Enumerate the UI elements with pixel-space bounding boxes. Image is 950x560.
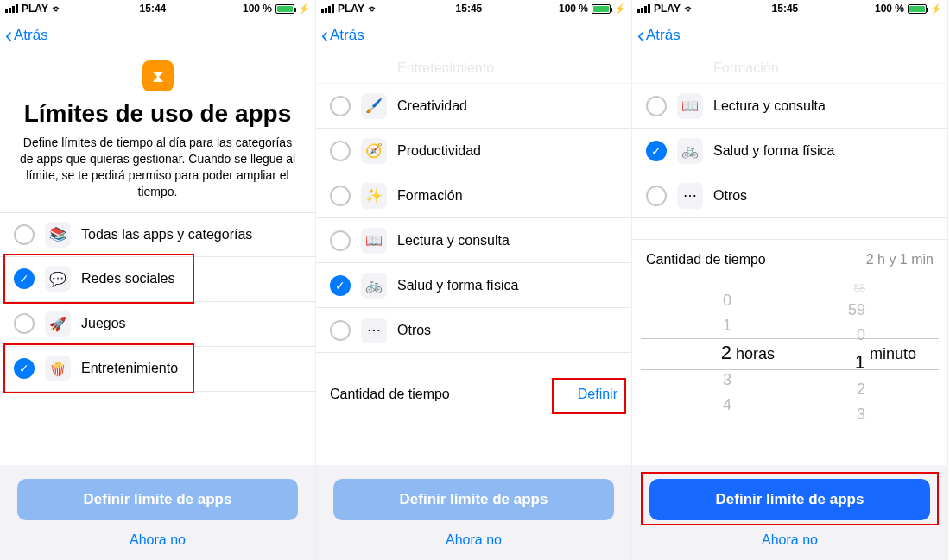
screen-3: PLAY ᯤ 15:45 100 % ⚡ ‹ Atrás Formación 📖… — [632, 0, 948, 560]
screen-1: PLAY ᯤ 15:44 100 % ⚡ ‹ Atrás ⧗ Límites d… — [0, 0, 316, 560]
button-label: Ahora no — [762, 532, 818, 547]
book-icon: 📖 — [677, 93, 703, 119]
status-bar: PLAY ᯤ 15:44 100 % ⚡ — [0, 0, 315, 17]
rocket-icon: 🚀 — [45, 311, 71, 337]
time-amount-label: Cantidad de tiempo — [330, 387, 450, 402]
clock: 15:45 — [772, 3, 799, 15]
not-now-button[interactable]: Ahora no — [333, 520, 614, 548]
carrier-label: PLAY — [654, 3, 681, 15]
status-bar: PLAY ᯤ 15:45 100 % ⚡ — [632, 0, 947, 17]
charging-icon: ⚡ — [614, 3, 626, 15]
define-time-button[interactable]: Definir — [578, 387, 618, 402]
category-reading[interactable]: 📖 Lectura y consulta — [316, 218, 631, 263]
picker-option: 4 — [723, 396, 732, 414]
category-label: Todas las apps y categorías — [81, 227, 252, 242]
button-label: Ahora no — [130, 532, 186, 547]
battery-percent: 100 % — [243, 3, 272, 15]
signal-icon — [637, 4, 650, 13]
category-all[interactable]: 📚 Todas las apps y categorías — [0, 212, 315, 257]
bike-icon: 🚲 — [361, 273, 387, 299]
button-label: Ahora no — [446, 532, 502, 547]
picker-option: 59 — [848, 301, 865, 319]
define-limit-button[interactable]: Definir límite de apps — [333, 479, 614, 520]
carrier-label: PLAY — [338, 3, 364, 15]
time-amount-value: 2 h y 1 min — [866, 252, 934, 267]
hero: ⧗ Límites de uso de apps Define límites … — [0, 53, 315, 212]
battery-percent: 100 % — [559, 3, 588, 15]
category-education-partial[interactable]: Formación — [632, 53, 947, 84]
category-entertainment[interactable]: ✓ 🍿 Entretenimiento — [0, 347, 315, 392]
ellipsis-icon: ⋯ — [361, 318, 387, 343]
not-now-button[interactable]: Ahora no — [17, 520, 298, 548]
charging-icon: ⚡ — [298, 3, 310, 15]
category-other[interactable]: ⋯ Otros — [316, 308, 631, 353]
category-label: Lectura y consulta — [713, 98, 826, 114]
back-button[interactable]: ‹ Atrás — [5, 25, 48, 46]
radio-unchecked-icon — [330, 230, 351, 251]
radio-unchecked-icon — [330, 141, 351, 161]
category-productivity[interactable]: 🧭 Productividad — [316, 129, 631, 173]
category-label: Formación — [713, 60, 779, 76]
clock: 15:44 — [140, 3, 167, 15]
footer: Definir límite de apps Ahora no — [316, 465, 631, 560]
radio-checked-icon: ✓ — [646, 141, 667, 161]
picker-selected-hours: 2 — [721, 342, 732, 364]
radio-unchecked-icon — [330, 320, 351, 341]
chat-icon: 💬 — [45, 266, 71, 292]
brush-icon: 🖌️ — [361, 93, 387, 119]
picker-option: 0 — [723, 292, 732, 310]
define-limit-button[interactable]: Definir límite de apps — [17, 479, 298, 520]
define-limit-button[interactable]: Definir límite de apps — [649, 479, 930, 520]
picker-selected-minutes: 1 — [855, 351, 865, 374]
category-label: Formación — [397, 188, 463, 204]
category-label: Juegos — [81, 316, 126, 331]
not-now-button[interactable]: Ahora no — [649, 520, 930, 548]
category-label: Otros — [397, 323, 431, 338]
category-health[interactable]: ✓ 🚲 Salud y forma física — [316, 263, 631, 308]
radio-checked-icon: ✓ — [330, 275, 351, 296]
page-description: Define límites de tiempo al día para las… — [17, 135, 298, 200]
back-button[interactable]: ‹ Atrás — [637, 25, 681, 46]
radio-unchecked-icon — [330, 96, 351, 116]
screen-2: PLAY ᯤ 15:45 100 % ⚡ ‹ Atrás Entretenimi… — [316, 0, 632, 560]
status-bar: PLAY ᯤ 15:45 100 % ⚡ — [316, 0, 631, 17]
book-icon: 📖 — [361, 228, 387, 254]
battery-percent: 100 % — [875, 3, 904, 15]
button-label: Definir límite de apps — [84, 491, 232, 508]
radio-unchecked-icon — [14, 313, 35, 334]
sparkle-icon: ✨ — [361, 183, 387, 209]
back-button[interactable]: ‹ Atrás — [321, 25, 364, 46]
back-label: Atrás — [14, 27, 48, 44]
radio-unchecked-icon — [646, 186, 667, 206]
signal-icon — [321, 4, 334, 13]
button-label: Definir límite de apps — [716, 491, 864, 508]
category-games[interactable]: 🚀 Juegos — [0, 302, 315, 347]
bike-icon: 🚲 — [677, 138, 703, 164]
battery-icon — [276, 4, 294, 14]
wifi-icon: ᯤ — [684, 3, 695, 16]
category-other[interactable]: ⋯ Otros — [632, 173, 947, 218]
minutes-wheel[interactable]: 58 59 0 1 2 3 — [814, 280, 865, 426]
category-label: Entretenimiento — [397, 60, 494, 76]
category-label: Salud y forma física — [397, 278, 519, 293]
nav-bar: ‹ Atrás — [632, 17, 947, 53]
time-picker[interactable]: 0 1 2 3 4 horas 58 59 0 1 2 3 minuto — [632, 280, 947, 426]
picker-option: 0 — [857, 326, 865, 344]
charging-icon: ⚡ — [930, 3, 942, 15]
compass-icon: 🧭 — [361, 138, 387, 164]
category-entertainment-partial[interactable]: Entretenimiento — [316, 53, 631, 84]
button-label: Definir límite de apps — [400, 491, 548, 508]
category-list: Entretenimiento 🖌️ Creatividad 🧭 Product… — [316, 53, 631, 353]
radio-unchecked-icon — [330, 186, 351, 206]
category-education[interactable]: ✨ Formación — [316, 173, 631, 218]
category-creativity[interactable]: 🖌️ Creatividad — [316, 84, 631, 129]
category-reading[interactable]: 📖 Lectura y consulta — [632, 84, 947, 129]
stack-icon: 📚 — [45, 222, 71, 248]
hourglass-icon: ⧗ — [142, 60, 174, 91]
hours-wheel[interactable]: 0 1 2 3 4 — [680, 280, 732, 426]
radio-unchecked-icon — [646, 96, 667, 116]
category-social[interactable]: ✓ 💬 Redes sociales — [0, 257, 315, 302]
radio-checked-icon: ✓ — [14, 358, 35, 379]
category-health[interactable]: ✓ 🚲 Salud y forma física — [632, 129, 947, 173]
time-amount-row: Cantidad de tiempo Definir — [316, 374, 631, 414]
